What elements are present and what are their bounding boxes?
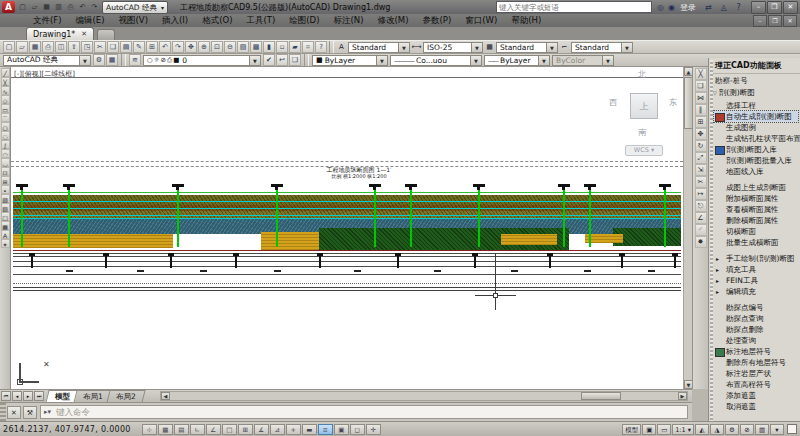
sheetset-icon[interactable]: ▫ (276, 41, 288, 53)
polygon-icon[interactable]: ◇ (1, 95, 10, 104)
quickcalc-icon[interactable]: ⌗ (302, 41, 314, 53)
panel-item[interactable]: 附加横断面属性 (714, 193, 800, 204)
markup-icon[interactable]: ▰ (289, 41, 301, 53)
move-icon[interactable]: ✥ (695, 128, 707, 140)
prev-tab-icon[interactable]: ◂ (12, 391, 22, 401)
menu-item[interactable]: 插入(I) (155, 14, 195, 27)
first-tab-icon[interactable]: ⏮ (1, 391, 11, 401)
last-tab-icon[interactable]: ⏭ (34, 391, 44, 401)
make-block-icon[interactable]: ⊞ (1, 176, 10, 185)
stretch-icon[interactable]: ⇲ (695, 164, 707, 176)
mdi-minimize-button[interactable]: – (753, 15, 767, 27)
array-icon[interactable]: ⊞ (695, 116, 707, 128)
gradient-icon[interactable]: ▧ (1, 203, 10, 212)
chamfer-icon[interactable]: ∠ (695, 212, 707, 224)
tool-palettes-icon[interactable]: ▮ (263, 41, 275, 53)
close-icon[interactable]: ✕ (81, 30, 87, 38)
save-icon[interactable]: ▦ (41, 2, 52, 13)
text-style-dropdown[interactable]: Standard▼ (348, 42, 410, 53)
line-icon[interactable]: ╱ (1, 68, 10, 77)
tpy-toggle[interactable]: ≡ (318, 424, 333, 435)
table-icon[interactable]: ▦ (1, 221, 10, 230)
layer-make-current-icon[interactable]: ✔ (263, 54, 275, 66)
viewcube[interactable]: 北 西 东 南 上 WCS ▾ (603, 69, 683, 155)
vertical-scrollbar[interactable]: ▲ ▼ (683, 67, 692, 389)
circle-icon[interactable]: ○ (1, 122, 10, 131)
search-icon[interactable]: ◎ (655, 3, 666, 12)
zoom-realtime-icon[interactable]: ⊕ (198, 41, 210, 53)
panel-item[interactable]: 剖(测)断图批量入库 (714, 155, 800, 166)
autodesk360-icon[interactable]: ◬ (718, 3, 729, 12)
designcenter-icon[interactable]: ▩ (250, 41, 262, 53)
model-space-button[interactable]: 模型 (622, 424, 641, 435)
new-icon[interactable]: ▢ (3, 41, 15, 53)
clean-screen-button[interactable] (787, 424, 797, 434)
help-icon[interactable]: ? (315, 41, 327, 53)
fillet-icon[interactable]: ◜ (695, 224, 707, 236)
menu-item[interactable]: 窗口(W) (458, 14, 504, 27)
undo-icon[interactable]: ↶ (77, 2, 88, 13)
break-icon[interactable]: ⎋ (695, 200, 707, 212)
tab-layout2[interactable]: 布局2 (106, 390, 145, 403)
spline-icon[interactable]: ∫ (1, 140, 10, 149)
panel-item[interactable]: 生成钻孔柱状平面布置示意图 (714, 133, 800, 144)
annotation-visibility-icon[interactable]: ◭ (695, 424, 709, 435)
redo-icon[interactable]: ↷ (172, 41, 184, 53)
viewcube-east[interactable]: 东 (669, 97, 677, 108)
ducs-toggle[interactable]: ⊿ (270, 424, 285, 435)
workspace-switch-icon[interactable]: ⚙ (725, 424, 739, 435)
mleader-style-dropdown[interactable]: Standard▼ (571, 42, 633, 53)
panel-item[interactable]: 剖(测)断图入库 (714, 144, 800, 155)
point-icon[interactable]: ∙ (1, 185, 10, 194)
scroll-left-icon[interactable]: ◀ (161, 392, 170, 400)
layer-properties-icon[interactable]: ≋ (129, 54, 141, 66)
dim-style-dropdown[interactable]: ISO-25▼ (423, 42, 483, 53)
coordinates-readout[interactable]: 2614.2137, 407.9747, 0.0000 (3, 425, 131, 434)
panel-item[interactable]: 查看横断面属性 (714, 204, 800, 215)
infer-toggle[interactable]: ⊹ (142, 424, 157, 435)
mirror-icon[interactable]: ⋈ (695, 92, 707, 104)
panel-item[interactable]: 填充工具 (714, 264, 800, 275)
new-tab-button[interactable] (97, 29, 115, 40)
help-icon[interactable]: ? (733, 3, 744, 12)
restore-button[interactable]: ❐ (767, 1, 782, 14)
match-properties-icon[interactable]: ✎ (133, 41, 145, 53)
copy-clip-icon[interactable]: ❏ (107, 41, 119, 53)
snap-toggle[interactable]: ▦ (158, 424, 173, 435)
undo-icon[interactable]: ↶ (159, 41, 171, 53)
plot-icon[interactable]: ⎙ (42, 41, 54, 53)
exchange-icon[interactable]: ⇄ (703, 3, 714, 12)
paste-icon[interactable]: ▤ (120, 41, 132, 53)
panel-item[interactable]: 添加遮盖 (714, 390, 800, 401)
horizontal-scrollbar[interactable]: ◀ ▶ (160, 391, 688, 401)
plot-preview-icon[interactable]: ◫ (55, 41, 67, 53)
close-button[interactable]: ✕ (783, 1, 798, 14)
panel-item[interactable]: 成图上生成剖断面 (714, 182, 800, 193)
mtext-icon[interactable]: A (1, 230, 10, 239)
panel-item[interactable]: 标注岩层产状 (714, 368, 800, 379)
panel-item[interactable]: 切横断面 (714, 226, 800, 237)
pan-icon[interactable]: ✥ (185, 41, 197, 53)
copy-icon[interactable]: ❏ (695, 80, 707, 92)
layer-dropdown[interactable]: ○☼⊘⎙■ 0 ▼ (143, 55, 261, 66)
panel-item[interactable]: 勘探点查询 (714, 313, 800, 324)
panel-item[interactable]: 勘探点编号 (714, 302, 800, 313)
mdi-restore-button[interactable]: ❐ (768, 15, 782, 27)
signin-icon[interactable]: ◉ (666, 3, 677, 12)
add-selected-icon[interactable]: ✦ (1, 239, 10, 248)
region-icon[interactable]: □ (1, 212, 10, 221)
viewcube-south[interactable]: 南 (638, 127, 646, 138)
layer-color-chip[interactable]: ■ (173, 56, 179, 64)
command-input[interactable] (54, 406, 687, 418)
panel-item[interactable]: 删除所有地层符号 (714, 357, 800, 368)
erase-icon[interactable]: ╳ (695, 68, 707, 80)
explode-icon[interactable]: ✸ (695, 236, 707, 248)
panel-grip[interactable] (710, 60, 713, 421)
workspace-save-icon[interactable]: ▦ (106, 54, 118, 66)
command-input-wrap[interactable]: ▸▾ (40, 405, 688, 419)
scale-icon[interactable]: ⤢ (695, 152, 707, 164)
horizontal-scroll-thumb[interactable] (581, 392, 621, 400)
rotate-icon[interactable]: ↻ (695, 140, 707, 152)
lineweight-dropdown[interactable]: —— ByLayer ▼ (484, 55, 550, 66)
menu-item[interactable]: 格式(O) (195, 14, 239, 27)
